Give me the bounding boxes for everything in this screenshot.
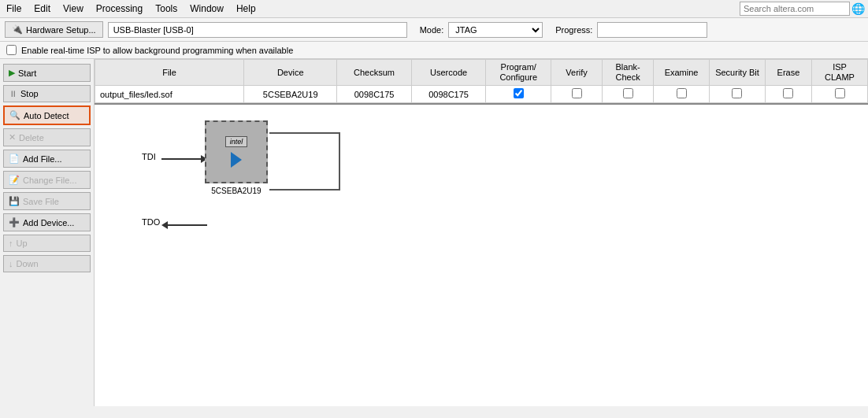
add-device-button[interactable]: ➕ Add Device... bbox=[3, 213, 91, 231]
erase-checkbox[interactable] bbox=[783, 88, 793, 98]
col-device: Device bbox=[244, 60, 337, 86]
hardware-setup-button[interactable]: 🔌 Hardware Setup... bbox=[5, 21, 103, 38]
globe-icon: 🌐 bbox=[851, 2, 865, 15]
progress-box bbox=[597, 22, 707, 38]
bracket-right bbox=[269, 132, 340, 191]
add-file-icon: 📄 bbox=[9, 154, 20, 164]
examine-checkbox[interactable] bbox=[677, 88, 687, 98]
sidebar: ▶ Start ⏸ Stop 🔍 Auto Detect ✕ Delete 📄 … bbox=[0, 59, 95, 406]
col-blank-check: Blank- Check bbox=[603, 60, 654, 86]
isp-clamp-checkbox[interactable] bbox=[835, 88, 845, 98]
col-checksum: Checksum bbox=[337, 60, 412, 86]
start-icon: ▶ bbox=[9, 68, 15, 78]
tdo-arrow bbox=[161, 221, 207, 229]
program-checkbox[interactable] bbox=[514, 88, 524, 98]
cell-examine[interactable] bbox=[654, 86, 710, 103]
menu-view[interactable]: View bbox=[57, 1, 90, 17]
col-erase: Erase bbox=[765, 60, 811, 86]
up-button[interactable]: ↑ Up bbox=[3, 235, 91, 252]
col-file: File bbox=[95, 60, 244, 86]
change-file-button[interactable]: 📝 Change File... bbox=[3, 171, 91, 189]
menu-tools[interactable]: Tools bbox=[149, 1, 184, 17]
tdi-arrow bbox=[161, 155, 207, 163]
cell-checksum: 0098C175 bbox=[337, 86, 412, 103]
programming-table-area: File Device Checksum Usercode Program/ C… bbox=[95, 59, 868, 105]
chip-box: intel bbox=[205, 120, 268, 183]
chip-intel-label: intel bbox=[225, 136, 248, 147]
stop-icon: ⏸ bbox=[9, 89, 17, 98]
down-button[interactable]: ↓ Down bbox=[3, 255, 91, 272]
col-examine: Examine bbox=[654, 60, 710, 86]
add-device-icon: ➕ bbox=[9, 217, 20, 227]
cell-program[interactable] bbox=[486, 86, 551, 103]
main-layout: ▶ Start ⏸ Stop 🔍 Auto Detect ✕ Delete 📄 … bbox=[0, 59, 868, 406]
change-file-icon: 📝 bbox=[9, 175, 20, 185]
save-file-icon: 💾 bbox=[9, 196, 20, 206]
col-security-bit: Security Bit bbox=[710, 60, 766, 86]
cell-usercode: 0098C175 bbox=[411, 86, 486, 103]
auto-detect-button[interactable]: 🔍 Auto Detect bbox=[3, 105, 91, 125]
isp-row: Enable real-time ISP to allow background… bbox=[0, 42, 868, 59]
col-usercode: Usercode bbox=[411, 60, 486, 86]
tdo-label: TDO bbox=[142, 217, 160, 227]
chip-play-icon bbox=[231, 152, 242, 168]
col-verify: Verify bbox=[551, 60, 603, 86]
col-isp-clamp: ISP CLAMP bbox=[812, 60, 868, 86]
start-button[interactable]: ▶ Start bbox=[3, 64, 91, 82]
menu-processing[interactable]: Processing bbox=[90, 1, 149, 17]
blank-check-checkbox[interactable] bbox=[623, 88, 633, 98]
cell-device: 5CSEBA2U19 bbox=[244, 86, 337, 103]
content-area: File Device Checksum Usercode Program/ C… bbox=[95, 59, 868, 406]
menu-edit[interactable]: Edit bbox=[28, 1, 57, 17]
down-icon: ↓ bbox=[9, 259, 13, 268]
col-program: Program/ Configure bbox=[486, 60, 551, 86]
delete-icon: ✕ bbox=[9, 132, 16, 142]
menubar: File Edit View Processing Tools Window H… bbox=[0, 0, 868, 18]
hardware-icon: 🔌 bbox=[12, 24, 23, 35]
tdi-label: TDI bbox=[142, 152, 156, 161]
toolbar: 🔌 Hardware Setup... Mode: JTAG Progress: bbox=[0, 18, 868, 42]
chip-device-label: 5CSEBA2U19 bbox=[205, 187, 268, 195]
up-icon: ↑ bbox=[9, 239, 13, 248]
cell-erase[interactable] bbox=[765, 86, 811, 103]
progress-label: Progress: bbox=[555, 25, 592, 35]
auto-detect-icon: 🔍 bbox=[9, 110, 20, 120]
usb-blaster-field[interactable] bbox=[108, 22, 407, 38]
menu-help[interactable]: Help bbox=[230, 1, 262, 17]
isp-label: Enable real-time ISP to allow background… bbox=[21, 46, 293, 55]
cell-security-bit[interactable] bbox=[710, 86, 766, 103]
mode-label: Mode: bbox=[420, 25, 444, 35]
verify-checkbox[interactable] bbox=[572, 88, 582, 98]
programming-table: File Device Checksum Usercode Program/ C… bbox=[95, 59, 868, 103]
add-file-button[interactable]: 📄 Add File... bbox=[3, 150, 91, 168]
chip-container: intel 5CSEBA2U19 bbox=[205, 120, 268, 195]
delete-button[interactable]: ✕ Delete bbox=[3, 128, 91, 146]
stop-button[interactable]: ⏸ Stop bbox=[3, 85, 91, 102]
isp-checkbox[interactable] bbox=[6, 45, 17, 55]
diagram-area: TDI intel 5CSEBA2U19 TDO bbox=[95, 105, 868, 406]
save-file-button[interactable]: 💾 Save File bbox=[3, 192, 91, 210]
cell-file: output_files/led.sof bbox=[95, 86, 244, 103]
cell-isp-clamp[interactable] bbox=[812, 86, 868, 103]
mode-select[interactable]: JTAG bbox=[448, 22, 543, 38]
cell-verify[interactable] bbox=[551, 86, 603, 103]
cell-blank-check[interactable] bbox=[603, 86, 654, 103]
menu-window[interactable]: Window bbox=[184, 1, 230, 17]
table-row: output_files/led.sof 5CSEBA2U19 0098C175… bbox=[95, 86, 868, 103]
menu-file[interactable]: File bbox=[0, 1, 28, 17]
security-bit-checkbox[interactable] bbox=[732, 88, 742, 98]
search-input[interactable] bbox=[740, 2, 850, 16]
